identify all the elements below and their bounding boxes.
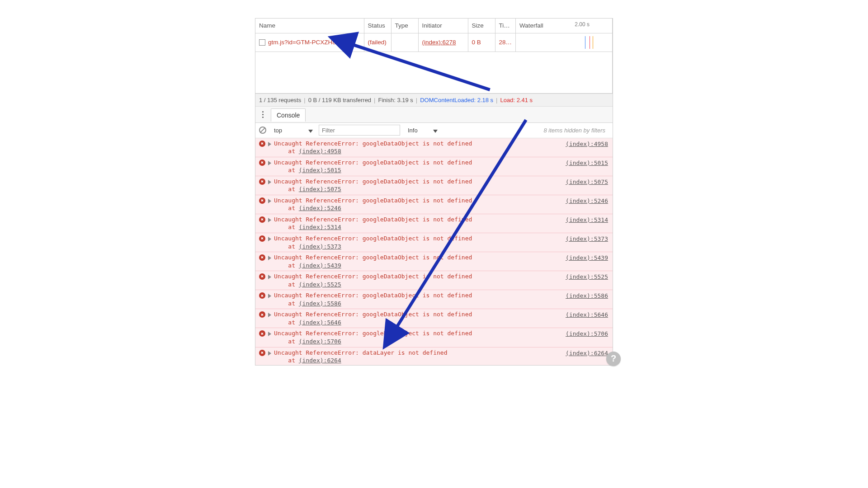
col-size[interactable]: Size [468, 19, 495, 33]
console-message-text: Uncaught ReferenceError: googleDataObjec… [274, 140, 562, 155]
request-size: 0 B [468, 33, 495, 52]
console-filter-input[interactable] [319, 125, 400, 136]
source-link[interactable]: (index):5015 [566, 159, 608, 167]
source-link[interactable]: (index):5525 [566, 272, 608, 281]
source-link[interactable]: (index):5314 [299, 224, 341, 230]
console-error-entry[interactable]: ✖Uncaught ReferenceError: googleDataObje… [255, 309, 613, 328]
source-link[interactable]: (index):5075 [566, 178, 608, 186]
error-icon: ✖ [259, 197, 265, 204]
console-error-entry[interactable]: ✖Uncaught ReferenceError: googleDataObje… [255, 157, 613, 176]
console-message-text: Uncaught ReferenceError: googleDataObjec… [274, 253, 562, 269]
request-status: (failed) [364, 33, 391, 52]
console-context-value: top [274, 127, 282, 134]
waterfall-finish-marker [593, 36, 593, 49]
console-error-entry[interactable]: ✖Uncaught ReferenceError: googleDataObje… [255, 138, 613, 157]
source-link[interactable]: (index):5075 [299, 186, 341, 192]
source-link[interactable]: (index):5373 [566, 235, 608, 243]
status-load: Load: 2.41 s [500, 97, 533, 103]
console-error-entry[interactable]: ✖Uncaught ReferenceError: googleDataObje… [255, 176, 613, 195]
source-link[interactable]: (index):4958 [566, 140, 608, 148]
console-message-text: Uncaught ReferenceError: googleDataObjec… [274, 310, 562, 326]
col-time[interactable]: Ti… [495, 19, 516, 33]
source-link[interactable]: (index):5246 [566, 197, 608, 205]
console-error-entry[interactable]: ✖Uncaught ReferenceError: googleDataObje… [255, 195, 613, 214]
console-message-text: Uncaught ReferenceError: googleDataObjec… [274, 272, 562, 288]
request-initiator-link[interactable]: (index):6278 [422, 39, 456, 46]
source-link[interactable]: (index):5706 [566, 329, 608, 338]
error-icon: ✖ [259, 254, 265, 261]
console-message-text: Uncaught ReferenceError: googleDataObjec… [274, 197, 562, 212]
col-status[interactable]: Status [364, 19, 391, 33]
expand-icon[interactable] [268, 332, 271, 336]
expand-icon[interactable] [268, 313, 271, 317]
expand-icon[interactable] [268, 275, 271, 279]
status-transferred: 0 B / 119 KB transferred [308, 97, 371, 103]
source-link[interactable]: (index):5586 [566, 291, 608, 300]
network-request-row[interactable]: gtm.js?id=GTM-PCXZH8 (failed) (index):62… [255, 33, 613, 52]
source-link[interactable]: (index):6264 [299, 357, 341, 364]
waterfall-tick-label: 2.00 s [575, 21, 590, 28]
col-name[interactable]: Name [255, 19, 364, 33]
devtools-panel: Name Status Type Initiator Size Ti… Wate… [255, 18, 613, 366]
tab-console[interactable]: Console [271, 108, 306, 122]
expand-icon[interactable] [268, 294, 271, 298]
chevron-down-icon [433, 130, 438, 133]
expand-icon[interactable] [268, 161, 271, 165]
console-error-entry[interactable]: ✖Uncaught ReferenceError: googleDataObje… [255, 252, 613, 271]
expand-icon[interactable] [268, 180, 271, 184]
source-link[interactable]: (index):5706 [299, 338, 341, 345]
source-link[interactable]: (index):5373 [299, 243, 341, 250]
console-hidden-count[interactable]: 8 items hidden by filters [543, 127, 609, 134]
error-icon: ✖ [259, 350, 265, 356]
source-link[interactable]: (index):5586 [299, 300, 341, 307]
col-waterfall[interactable]: Waterfall 2.00 s [516, 19, 613, 33]
expand-icon[interactable] [268, 256, 271, 260]
console-message-text: Uncaught ReferenceError: googleDataObjec… [274, 159, 562, 174]
console-message-list: ✖Uncaught ReferenceError: googleDataObje… [255, 138, 613, 365]
status-dcl: DOMContentLoaded: 2.18 s [420, 97, 493, 103]
source-link[interactable]: (index):5439 [299, 262, 341, 269]
network-table: Name Status Type Initiator Size Ti… Wate… [255, 19, 613, 94]
source-link[interactable]: (index):4958 [299, 148, 341, 155]
console-level-value: Info [408, 127, 418, 134]
error-icon: ✖ [259, 330, 265, 337]
drawer-menu-icon[interactable] [258, 111, 267, 118]
error-icon: ✖ [259, 292, 265, 299]
error-icon: ✖ [259, 141, 265, 147]
expand-icon[interactable] [268, 199, 271, 203]
console-error-entry[interactable]: ✖Uncaught ReferenceError: googleDataObje… [255, 328, 613, 347]
expand-icon[interactable] [268, 218, 271, 222]
expand-icon[interactable] [268, 142, 271, 146]
console-error-entry[interactable]: ✖Uncaught ReferenceError: googleDataObje… [255, 271, 613, 290]
console-message-text: Uncaught ReferenceError: googleDataObjec… [274, 178, 562, 193]
console-error-entry[interactable]: ✖Uncaught ReferenceError: googleDataObje… [255, 290, 613, 309]
col-initiator[interactable]: Initiator [418, 19, 468, 33]
source-link[interactable]: (index):6264 [566, 349, 608, 357]
source-link[interactable]: (index):5646 [566, 310, 608, 319]
source-link[interactable]: (index):5015 [299, 167, 341, 174]
source-link[interactable]: (index):5246 [299, 205, 341, 211]
clear-console-icon[interactable] [259, 127, 266, 134]
request-checkbox-icon[interactable] [259, 39, 265, 46]
error-icon: ✖ [259, 235, 265, 242]
error-icon: ✖ [259, 311, 265, 318]
error-icon: ✖ [259, 160, 265, 166]
source-link[interactable]: (index):5646 [299, 319, 341, 326]
waterfall-load-marker [590, 36, 590, 49]
col-type[interactable]: Type [391, 19, 418, 33]
drawer-tabs: Console [255, 107, 613, 123]
expand-icon[interactable] [268, 351, 271, 356]
console-level-select[interactable]: Info [404, 126, 440, 135]
error-icon: ✖ [259, 216, 265, 223]
chevron-down-icon [308, 130, 313, 133]
expand-icon[interactable] [268, 237, 271, 241]
console-context-select[interactable]: top [270, 126, 315, 135]
console-error-entry[interactable]: ✖Uncaught ReferenceError: dataLayer is n… [255, 347, 613, 365]
source-link[interactable]: (index):5439 [566, 253, 608, 262]
console-error-entry[interactable]: ✖Uncaught ReferenceError: googleDataObje… [255, 214, 613, 233]
source-link[interactable]: (index):5314 [566, 216, 608, 224]
console-error-entry[interactable]: ✖Uncaught ReferenceError: googleDataObje… [255, 233, 613, 252]
source-link[interactable]: (index):5525 [299, 281, 341, 288]
status-finish: Finish: 3.19 s [378, 97, 413, 103]
help-icon[interactable]: ? [606, 352, 621, 366]
